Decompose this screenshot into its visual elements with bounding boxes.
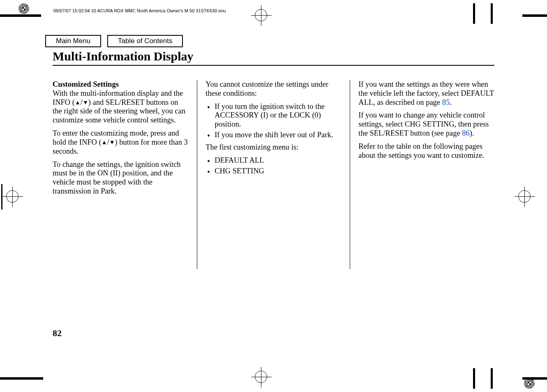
subheading: Customized Settings	[53, 80, 119, 88]
bullet-list: DEFAULT ALL CHG SETTING	[205, 156, 342, 176]
body-text: If you want the settings as they were wh…	[358, 80, 494, 106]
registration-crosshair-icon	[518, 190, 531, 203]
crop-mark	[1, 184, 2, 210]
list-item: CHG SETTING	[205, 167, 342, 176]
triangle-down-icon: ▼	[83, 99, 88, 106]
column-3: If you want the settings as they were wh…	[358, 80, 494, 269]
triangle-down-icon: ▼	[109, 139, 115, 146]
crop-mark	[522, 14, 547, 17]
crop-mark	[491, 3, 493, 24]
paragraph: If you want to change any vehicle contro…	[358, 111, 494, 138]
header-metadata-text: 09/07/07 15:02:04 10 ACURA RDX MMC North…	[53, 8, 226, 13]
table-of-contents-button[interactable]: Table of Contents	[107, 35, 183, 47]
title-divider	[53, 65, 494, 66]
list-item: If you turn the ignition switch to the A…	[205, 102, 342, 129]
column-2: You cannot customize the settings under …	[205, 80, 342, 269]
paragraph: To change the settings, the ignition swi…	[53, 160, 189, 196]
crop-mark	[473, 3, 475, 24]
paragraph: You cannot customize the settings under …	[205, 80, 342, 98]
column-1: Customized Settings With the multi-infor…	[53, 80, 189, 269]
column-divider	[350, 80, 350, 269]
crop-mark	[522, 377, 547, 380]
list-item: DEFAULT ALL	[205, 156, 342, 165]
body-text: .	[450, 98, 452, 106]
body-columns: Customized Settings With the multi-infor…	[53, 80, 494, 269]
page-title: Multi-Information Display	[53, 49, 194, 63]
registration-crosshair-icon	[6, 190, 18, 203]
nav-button-row: Main Menu Table of Contents	[45, 35, 183, 47]
bullet-list: If you turn the ignition switch to the A…	[205, 102, 342, 140]
page-number: 82	[53, 328, 62, 339]
registration-crosshair-icon	[255, 9, 267, 21]
paragraph: The first customizing menu is:	[205, 143, 342, 152]
column-divider	[197, 80, 197, 269]
paragraph: Customized Settings With the multi-infor…	[53, 80, 189, 125]
paragraph: Refer to the table on the following page…	[358, 142, 494, 160]
list-item: If you move the shift lever out of Park.	[205, 131, 342, 140]
registration-crosshair-icon	[255, 371, 267, 383]
page-link[interactable]: 86	[462, 129, 470, 137]
body-text: ).	[470, 129, 474, 137]
main-menu-button[interactable]: Main Menu	[45, 35, 101, 47]
triangle-up-icon: ▲	[75, 99, 81, 106]
paragraph: To enter the customizing mode, press and…	[53, 129, 189, 156]
crop-mark	[0, 377, 43, 380]
page-link[interactable]: 85	[442, 98, 450, 106]
crop-mark	[473, 368, 475, 389]
paragraph: If you want the settings as they were wh…	[358, 80, 494, 107]
registration-rosette-icon	[18, 3, 29, 14]
crop-mark	[491, 368, 493, 389]
triangle-up-icon: ▲	[102, 139, 107, 146]
